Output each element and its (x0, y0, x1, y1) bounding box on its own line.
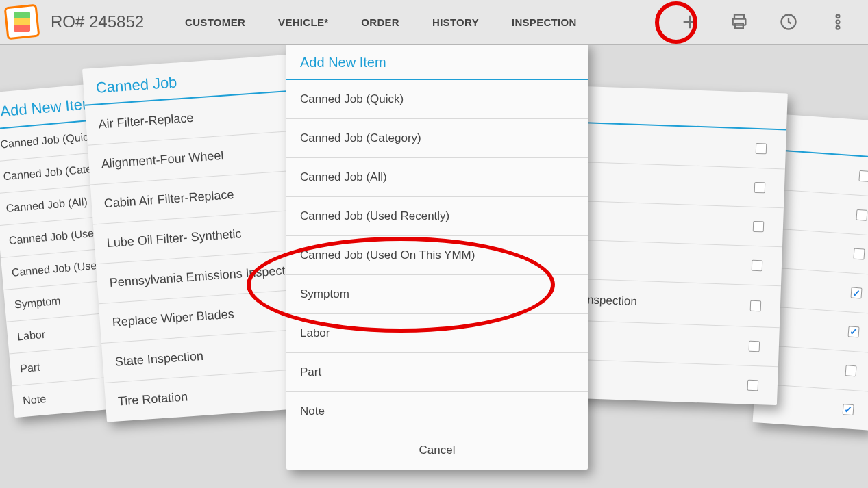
tab-history[interactable]: HISTORY (416, 16, 495, 28)
svg-rect-2 (735, 23, 743, 28)
plus-icon (680, 12, 699, 31)
stage: nspection Add New Item Canned Job (Quick… (0, 45, 868, 488)
list-item[interactable] (580, 123, 786, 169)
add-button[interactable] (672, 4, 708, 40)
option-symptom[interactable]: Symptom (286, 275, 588, 314)
list-item[interactable] (578, 162, 785, 208)
svg-point-6 (836, 26, 840, 29)
clock-icon (779, 12, 798, 31)
top-toolbar: RO# 245852 CUSTOMER VEHICLE* ORDER HISTO… (0, 0, 868, 45)
header-tabs: CUSTOMER VEHICLE* ORDER HISTORY INSPECTI… (169, 16, 593, 28)
checkbox-icon[interactable] (747, 380, 759, 391)
more-vert-icon (828, 12, 847, 31)
checkbox-icon[interactable] (752, 260, 763, 272)
list-item[interactable]: nspection (574, 279, 781, 328)
checkbox-icon[interactable] (754, 182, 766, 194)
option-canned-all[interactable]: Canned Job (All) (286, 158, 588, 197)
dialog-add-new-item: Add New Item Canned Job (Quick) Canned J… (286, 41, 588, 470)
list-item[interactable] (575, 240, 782, 286)
ro-number: RO# 245852 (51, 12, 144, 31)
tab-vehicle[interactable]: VEHICLE* (262, 16, 345, 28)
app-logo (4, 4, 40, 40)
list-item[interactable] (573, 321, 780, 367)
row-label: nspection (587, 293, 637, 309)
svg-point-4 (836, 15, 840, 18)
tab-customer[interactable]: CUSTOMER (169, 16, 262, 28)
option-canned-quick[interactable]: Canned Job (Quick) (286, 80, 588, 119)
cancel-button[interactable]: Cancel (286, 431, 588, 470)
option-canned-ymm[interactable]: Canned Job (Used On This YMM) (286, 236, 588, 275)
printer-icon (730, 12, 749, 31)
more-button[interactable] (820, 4, 856, 40)
option-canned-category[interactable]: Canned Job (Category) (286, 119, 588, 158)
option-part[interactable]: Part (286, 353, 588, 392)
checkbox-icon[interactable] (843, 404, 854, 415)
list-item[interactable] (577, 201, 784, 247)
tab-order[interactable]: ORDER (345, 16, 416, 28)
checkbox-icon[interactable] (858, 170, 868, 182)
tab-inspection[interactable]: INSPECTION (495, 16, 593, 28)
checkbox-icon[interactable] (753, 221, 765, 233)
option-labor[interactable]: Labor (286, 314, 588, 353)
checkbox-icon[interactable] (856, 209, 867, 221)
print-button[interactable] (721, 4, 757, 40)
svg-point-5 (836, 21, 840, 24)
option-note[interactable]: Note (286, 392, 588, 431)
checkbox-icon[interactable] (848, 326, 860, 337)
checkbox-icon[interactable] (750, 300, 762, 312)
checkbox-icon[interactable] (850, 287, 862, 298)
checkbox-icon[interactable] (756, 143, 767, 155)
checkbox-icon[interactable] (749, 341, 760, 352)
history-button[interactable] (771, 4, 806, 40)
dialog-title: Add New Item (286, 41, 588, 80)
checkbox-icon[interactable] (853, 248, 865, 260)
list-item[interactable] (571, 360, 778, 405)
checkbox-icon[interactable] (845, 365, 857, 376)
option-canned-recent[interactable]: Canned Job (Used Recently) (286, 197, 588, 236)
panel-checklist-1: nspection (571, 86, 788, 405)
